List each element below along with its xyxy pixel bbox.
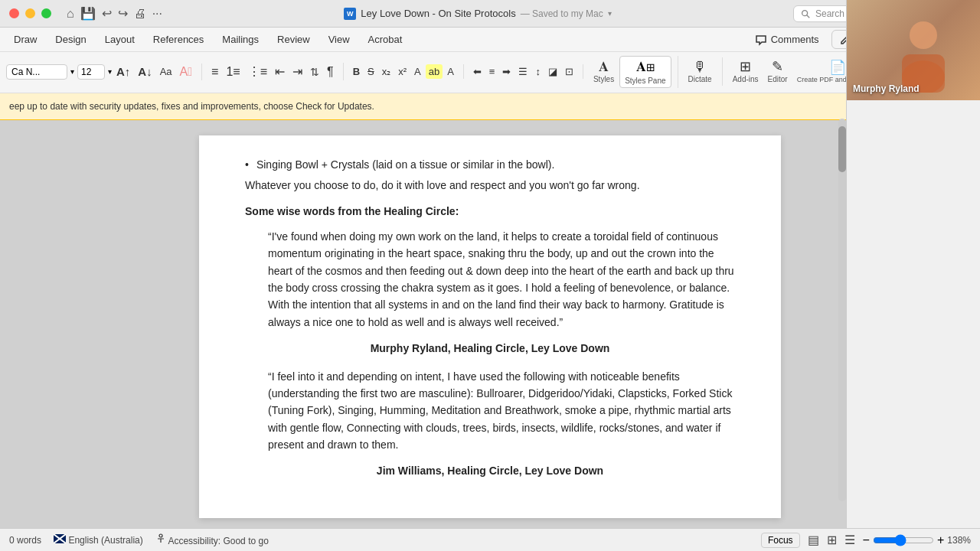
paragraph-marks-button[interactable]: ¶ [324, 64, 337, 80]
align-left-button[interactable]: ⬅ [470, 64, 485, 79]
search-icon [800, 8, 811, 19]
menu-bar: Draw Design Layout References Mailings R… [0, 28, 980, 52]
line-spacing-button[interactable]: ↕ [532, 64, 544, 79]
save-icon[interactable]: 💾 [80, 6, 96, 21]
borders-button[interactable]: ⊡ [562, 64, 577, 79]
increase-indent-button[interactable]: ⇥ [289, 63, 305, 80]
view-page-icon[interactable]: ⊞ [827, 533, 837, 547]
doc-paragraph1: Whatever you choose to do, do it with lo… [245, 177, 735, 194]
shading-button[interactable]: ◪ [545, 64, 560, 79]
document-area[interactable]: • Singing Bowl + Crystals (laid on a tis… [0, 120, 980, 530]
ribbon: ▾ ▾ A↑ A↓ Aa A⃝ ≡ 1≡ ⋮≡ ⇤ ⇥ ⇅ ¶ B S x₂ x… [0, 52, 980, 93]
align-right-button[interactable]: ➡ [499, 64, 514, 79]
font-name-selector: ▾ ▾ [6, 64, 112, 80]
font-name-chevron[interactable]: ▾ [70, 67, 74, 76]
doc-quote1: “I've found when doing my own work on th… [268, 228, 735, 331]
bullet-dot: • [245, 158, 249, 171]
font-size-input[interactable] [77, 64, 105, 80]
zoom-slider[interactable] [873, 534, 934, 546]
decrease-indent-button[interactable]: ⇤ [272, 63, 288, 80]
home-icon[interactable]: ⌂ [67, 6, 74, 21]
multilevel-list-button[interactable]: ⋮≡ [245, 63, 270, 80]
svg-line-1 [807, 15, 810, 18]
redo-icon[interactable]: ↪ [118, 6, 128, 21]
title-center: W Ley Love Down - On Site Protocols — Sa… [344, 8, 611, 20]
status-bar: 0 words English (Australia) Accessibilit… [0, 528, 980, 551]
menu-review[interactable]: Review [270, 31, 318, 48]
bullet-text: Singing Bowl + Crystals (laid on a tissu… [256, 158, 554, 171]
font-color2-button[interactable]: A [444, 64, 457, 79]
print-icon[interactable]: 🖨 [134, 6, 146, 21]
menu-design[interactable]: Design [47, 31, 93, 48]
dictate-button[interactable]: 🎙 Dictate [684, 57, 716, 86]
ribbon-list-group: ≡ 1≡ ⋮≡ ⇤ ⇥ ⇅ ¶ [208, 63, 344, 80]
notification-message: eep up to date with security updates, fi… [9, 101, 374, 112]
sort-button[interactable]: ⇅ [307, 64, 322, 80]
undo-icon[interactable]: ↩ [102, 6, 112, 21]
right-sidebar: Murphy Ryland [846, 0, 980, 551]
superscript-button[interactable]: x² [395, 64, 410, 79]
font-size-chevron[interactable]: ▾ [108, 67, 112, 76]
title-bar: ⌂ 💾 ↩ ↪ 🖨 ··· W Ley Love Down - On Site … [0, 0, 980, 28]
menu-layout[interactable]: Layout [97, 31, 142, 48]
menu-view[interactable]: View [321, 31, 358, 48]
bullet-list-button[interactable]: ≡ [208, 64, 221, 80]
chevron-down-icon[interactable]: ▾ [608, 9, 612, 18]
person-name: Murphy Ryland [853, 83, 920, 94]
scrollbar[interactable] [838, 119, 846, 501]
menu-draw[interactable]: Draw [6, 31, 44, 48]
title-bar-left: ⌂ 💾 ↩ ↪ 🖨 ··· [9, 6, 162, 21]
align-center-button[interactable]: ≡ [486, 64, 498, 79]
add-ins-button[interactable]: ⊞ Add-ins [729, 57, 763, 86]
more-icon[interactable]: ··· [152, 6, 162, 21]
shrink-font-button[interactable]: A↓ [135, 64, 155, 80]
accessibility-icon [155, 533, 166, 544]
font-name-input[interactable] [6, 64, 67, 80]
doc-attribution1: Murphy Ryland, Healing Circle, Ley Love … [245, 340, 735, 357]
doc-attribution2: Jim Williams, Healing Circle, Ley Love D… [245, 462, 735, 479]
focus-button[interactable]: Focus [761, 533, 800, 548]
svg-point-0 [802, 10, 808, 15]
notification-bar: eep up to date with security updates, fi… [0, 93, 980, 120]
editor-button[interactable]: ✎ Editor [764, 57, 792, 86]
document-title: Ley Love Down - On Site Protocols [361, 8, 515, 19]
zoom-in-button[interactable]: + [937, 533, 944, 547]
justify-button[interactable]: ☰ [515, 64, 531, 79]
maximize-button[interactable] [41, 8, 51, 18]
zoom-level: 138% [947, 535, 971, 546]
doc-quote2: “I feel into it and depending on intent,… [268, 368, 735, 454]
bold-button[interactable]: B [350, 64, 363, 79]
minimize-button[interactable] [25, 8, 35, 18]
zoom-control: − + 138% [863, 533, 971, 547]
grow-font-button[interactable]: A↑ [113, 64, 133, 80]
menu-mailings[interactable]: Mailings [214, 31, 266, 48]
language-indicator: English (Australia) [54, 534, 143, 546]
styles-pane-button[interactable]: 𝐀⊞ Styles Pane [619, 56, 671, 88]
numbered-list-button[interactable]: 1≡ [223, 64, 243, 80]
bullet-list-item: • Singing Bowl + Crystals (laid on a tis… [245, 158, 735, 171]
menu-acrobat[interactable]: Acrobat [361, 31, 410, 48]
menu-references[interactable]: References [145, 31, 211, 48]
subscript-button[interactable]: x₂ [379, 64, 394, 79]
doc-heading1: Some wise words from the Healing Circle: [245, 203, 735, 220]
zoom-out-button[interactable]: − [863, 533, 870, 547]
save-status: — Saved to my Mac [521, 8, 603, 19]
accessibility-status: Accessibility: Good to go [155, 533, 269, 546]
close-button[interactable] [9, 8, 19, 18]
strikethrough-button[interactable]: S [364, 64, 377, 79]
ribbon-align-group: ⬅ ≡ ➡ ☰ ↕ ◪ ⊡ [470, 64, 583, 79]
font-format-button[interactable]: Aa [157, 64, 175, 79]
word-count: 0 words [9, 535, 41, 546]
comments-button[interactable]: Comments [749, 31, 825, 49]
font-color-button[interactable]: A [411, 64, 424, 79]
view-outline-icon[interactable]: ☰ [844, 533, 855, 547]
highlight-button[interactable]: ab [426, 64, 443, 79]
styles-button[interactable]: 𝐀 Styles [590, 57, 618, 86]
view-layout-icon[interactable]: ▤ [808, 533, 819, 547]
scrollbar-thumb[interactable] [838, 126, 846, 172]
document-page: • Singing Bowl + Crystals (laid on a tis… [199, 135, 781, 518]
video-preview: Murphy Ryland [847, 0, 980, 100]
status-right: Focus ▤ ⊞ ☰ − + 138% [761, 533, 971, 548]
ribbon-dictate-group: 🎙 Dictate [684, 57, 723, 86]
clear-format-button[interactable]: A⃝ [177, 64, 196, 80]
